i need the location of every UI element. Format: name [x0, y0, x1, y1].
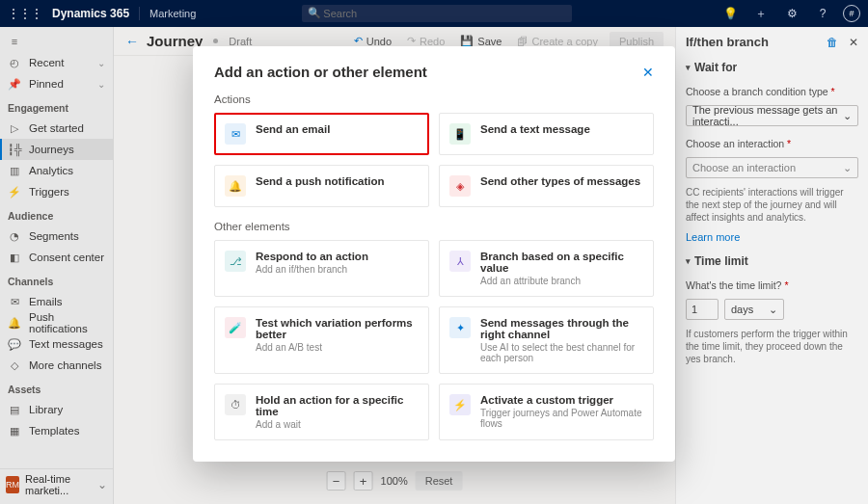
mail-icon: ✉ — [225, 123, 246, 145]
add-action-modal: Add an action or other element ✕ Actions… — [193, 46, 675, 462]
action-send-email[interactable]: ✉ Send an email — [214, 113, 429, 155]
trigger-icon: ⚡ — [449, 394, 471, 415]
element-hold-wait[interactable]: ⏱ Hold an action for a specific timeAdd … — [214, 384, 429, 440]
element-right-channel[interactable]: ✦ Send messages through the right channe… — [439, 306, 654, 374]
branch-icon: ⎇ — [225, 251, 246, 272]
close-modal-button[interactable]: ✕ — [642, 65, 654, 80]
phone-icon: 📱 — [449, 123, 471, 145]
bell-icon: 🔔 — [225, 175, 246, 197]
modal-title: Add an action or other element — [214, 64, 427, 80]
stopwatch-icon: ⏱ — [225, 394, 246, 415]
action-send-text[interactable]: 📱 Send a text message — [439, 113, 654, 155]
channel-icon: ✦ — [449, 317, 471, 338]
attribute-branch-icon: ⅄ — [449, 251, 471, 272]
modal-overlay: Add an action or other element ✕ Actions… — [0, 0, 868, 504]
element-ab-test[interactable]: 🧪 Test which variation performs betterAd… — [214, 306, 429, 374]
element-branch-value[interactable]: ⅄ Branch based on a specific valueAdd an… — [439, 240, 654, 297]
action-send-push[interactable]: 🔔 Send a push notification — [214, 165, 429, 207]
flask-icon: 🧪 — [225, 317, 246, 338]
action-send-other[interactable]: ◈ Send other types of messages — [439, 165, 654, 207]
element-respond-action[interactable]: ⎇ Respond to an actionAdd an if/then bra… — [214, 240, 429, 297]
element-custom-trigger[interactable]: ⚡ Activate a custom triggerTrigger journ… — [439, 384, 654, 440]
message-icon: ◈ — [449, 175, 471, 197]
actions-header: Actions — [214, 93, 654, 105]
other-header: Other elements — [214, 221, 654, 232]
